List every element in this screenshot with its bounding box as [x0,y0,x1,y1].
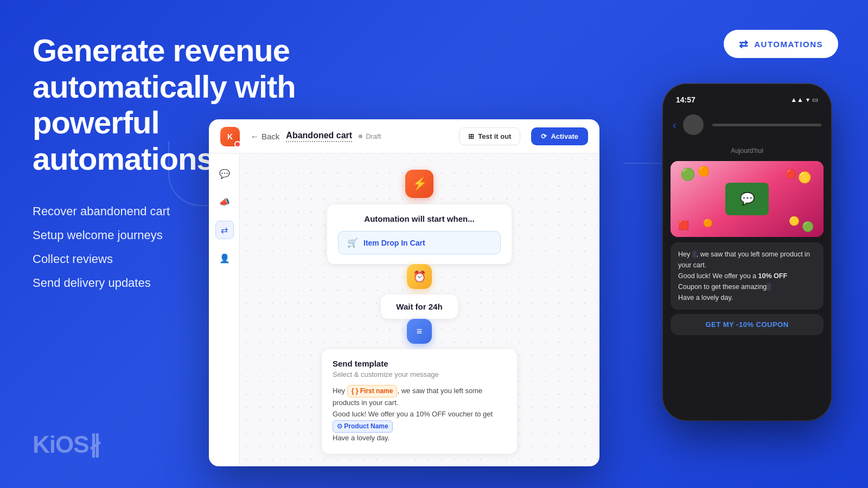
wait-node[interactable]: ⏰ Wait for 24h [354,264,484,319]
header-back-button[interactable]: ← Back [251,132,279,141]
cta-label: GET MY -10% COUPON [705,320,788,329]
phone-notch [717,84,777,99]
app-logo: K [220,127,240,146]
workflow-title: Abandoned cart [286,131,352,142]
draft-indicator [359,134,362,138]
sidebar-icon-automations[interactable]: ⇄ [215,221,234,239]
message-name-placeholder [692,251,697,258]
gummy-4: 🟥 [678,220,689,230]
trigger-item-text: Item Drop In Cart [363,239,425,247]
chat-product-card: 🟢 🟠 🟡 🟥 🟢 🟠 💬 🔴 🟡 [671,161,824,237]
chat-cta-button[interactable]: GET MY -10% COUPON [671,314,824,335]
send-subtitle: Select & customize your message [333,370,506,378]
phone-time: 14:57 [676,95,695,104]
sidebar-icon-user[interactable]: 👤 [215,249,234,267]
sidebar-icon-megaphone[interactable]: 📣 [215,192,234,211]
automations-badge: ⇄ AUTOMATIONS [724,30,838,58]
wifi-icon: ▾ [806,96,809,104]
trigger-label: Automation will start when... [338,214,501,223]
firstname-tag: { } First name [347,385,398,397]
automations-badge-label: AUTOMATIONS [754,40,823,49]
gummy-3: 🟡 [798,171,812,184]
phone-contact-name-placeholder [712,124,821,126]
test-icon: ⊞ [468,132,474,140]
wait-box: Wait for 24h [381,294,457,319]
chat-date: Aujourd'hui [671,147,824,155]
phone-mockup: 14:57 ▲▲ ▾ ▭ ‹ Aujourd'hui 🟢 🟠 🟡 🟥 🟢 🟠 [663,84,831,420]
send-message: Hey { } First name, we saw that you left… [333,385,506,444]
send-box: Send template Select & customize your me… [322,349,517,454]
app-logo-text: K [227,132,233,141]
test-label: Test it out [478,132,511,140]
message-product-placeholder [767,283,771,291]
gummy-6: 🟠 [703,219,712,227]
signal-icon: ▲▲ [790,96,803,104]
brand-logo: KiOS∦ [33,431,100,458]
activate-button[interactable]: ⟳ Activate [531,127,588,145]
chat-message-bubble: Hey , we saw that you left some product … [671,242,824,310]
gummy-5: 🟢 [802,221,814,233]
message-hey: Hey [678,251,692,258]
draft-status: Draft [359,132,381,140]
automation-canvas: ⚡ Automation will start when... 🛒 Item D… [240,153,599,466]
app-body: 💬 📣 ⇄ 👤 ⚡ Automation will start when... … [209,153,599,466]
wait-icon: ⏰ [407,264,432,289]
test-button[interactable]: ⊞ Test it out [459,127,520,145]
product-name-tag: ⊙ Product Name [333,420,393,433]
phone-back-icon[interactable]: ‹ [673,119,676,131]
app-logo-dot [234,141,241,147]
send-icon: ≡ [407,319,432,344]
candy-logo-icon: 💬 [740,192,755,206]
activate-label: Activate [551,132,578,140]
draft-label: Draft [366,132,381,140]
gummy-8: 🟡 [789,216,800,226]
trigger-icon: ⚡ [405,170,433,198]
send-template-node[interactable]: ≡ Send template Select & customize your … [322,319,517,454]
gummy-1: 🟢 [680,168,695,182]
trigger-box: Automation will start when... 🛒 Item Dro… [327,204,512,264]
phone-chat-content: Aujourd'hui 🟢 🟠 🟡 🟥 🟢 🟠 💬 🔴 🟡 Hey [663,142,831,341]
sidebar-icon-chat[interactable]: 💬 [215,164,234,183]
trigger-item[interactable]: 🛒 Item Drop In Cart [338,231,501,254]
cart-icon: 🛒 [347,237,358,248]
gummy-2: 🟠 [698,165,710,177]
send-title: Send template [333,359,506,368]
automations-icon: ⇄ [739,37,749,50]
app-window: K ← Back Abandoned cart Draft ⊞ Test it … [209,119,599,466]
back-arrow-icon: ← [251,132,259,141]
app-header: K ← Back Abandoned cart Draft ⊞ Test it … [209,120,599,153]
back-label: Back [261,132,279,141]
candy-box: 💬 [725,183,769,215]
battery-icon: ▭ [812,96,818,104]
message-body: , we saw that you left some product in y… [678,251,810,291]
trigger-node[interactable]: ⚡ Automation will start when... 🛒 Item D… [327,170,512,264]
activate-icon: ⟳ [541,132,547,140]
gummy-7: 🔴 [786,169,796,179]
wait-label: Wait for 24h [396,302,442,311]
phone-chat-header: ‹ [663,110,831,142]
chat-product-image: 🟢 🟠 🟡 🟥 🟢 🟠 💬 🔴 🟡 [671,161,824,237]
phone-status-icons: ▲▲ ▾ ▭ [790,96,818,104]
phone-contact-avatar [683,114,704,135]
app-sidebar: 💬 📣 ⇄ 👤 [209,153,240,466]
message-sign-off: Have a lovely day. [678,294,733,301]
